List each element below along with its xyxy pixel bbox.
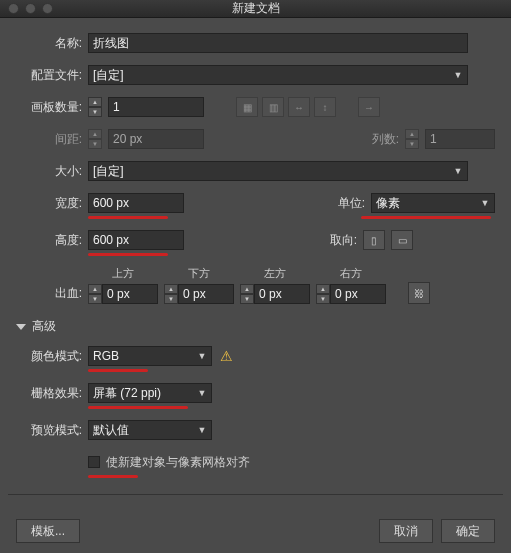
arrow-right-icon[interactable]: → [358,97,380,117]
units-select[interactable]: 像素 ▼ [371,193,495,213]
preview-value: 默认值 [93,422,129,439]
colormode-select[interactable]: RGB ▼ [88,346,212,366]
height-label: 高度: [16,232,82,249]
columns-label: 列数: [361,131,399,148]
arrange-col-icon[interactable]: ↕ [314,97,336,117]
chevron-down-icon: ▼ [195,423,209,437]
chevron-down-icon: ▼ [451,68,465,82]
cancel-button[interactable]: 取消 [379,519,433,543]
divider [8,494,503,495]
close-icon[interactable] [8,3,19,14]
chevron-down-icon: ▼ [195,349,209,363]
zoom-icon[interactable] [42,3,53,14]
bleed-bottom-input[interactable] [178,284,234,304]
bleed-right-hdr: 右方 [316,266,386,281]
arrange-grid-row-icon[interactable]: ▦ [236,97,258,117]
raster-select[interactable]: 屏幕 (72 ppi) ▼ [88,383,212,403]
bleed-bottom-hdr: 下方 [164,266,234,281]
units-label: 单位: [327,195,365,212]
bleed-top-hdr: 上方 [88,266,158,281]
bleed-top-input[interactable] [102,284,158,304]
orient-label: 取向: [319,232,357,249]
artboard-arrange-group: ▦ ▥ ↔ ↕ [236,97,336,117]
bleed-left-input[interactable] [254,284,310,304]
chevron-down-icon: ▼ [451,164,465,178]
name-label: 名称: [16,35,82,52]
colormode-label: 颜色模式: [16,348,82,365]
width-input[interactable] [88,193,184,213]
ok-button[interactable]: 确定 [441,519,495,543]
size-label: 大小: [16,163,82,180]
warning-icon: ⚠ [218,348,234,364]
minimize-icon[interactable] [25,3,36,14]
size-select[interactable]: [自定] ▼ [88,161,468,181]
columns-input [425,129,495,149]
window-controls [8,3,53,14]
bleed-top-spinner[interactable]: ▲▼ [88,284,102,304]
bleed-left-hdr: 左方 [240,266,310,281]
artboards-label: 画板数量: [16,99,82,116]
orient-portrait-icon[interactable]: ▯ [363,230,385,250]
bleed-bottom-spinner[interactable]: ▲▼ [164,284,178,304]
align-label: 使新建对象与像素网格对齐 [106,454,250,471]
triangle-down-icon [16,324,26,330]
link-bleed-icon[interactable]: ⛓ [408,282,430,304]
chevron-down-icon: ▼ [195,386,209,400]
profile-value: [自定] [93,67,124,84]
footer: 模板... 取消 确定 [0,509,511,553]
raster-label: 栅格效果: [16,385,82,402]
bleed-right-input[interactable] [330,284,386,304]
advanced-section[interactable]: 高级 [16,318,495,335]
columns-spinner: ▲▼ [405,129,419,149]
name-input[interactable] [88,33,468,53]
colormode-value: RGB [93,349,119,363]
artboards-spinner[interactable]: ▲▼ [88,97,102,117]
artboards-input[interactable] [108,97,204,117]
chevron-down-icon: ▼ [478,196,492,210]
new-document-dialog: 新建文档 名称: 配置文件: [自定] ▼ 画板数量: ▲▼ ▦ ▥ ↔ [0,0,511,553]
bleed-right-spinner[interactable]: ▲▼ [316,284,330,304]
width-label: 宽度: [16,195,82,212]
height-input[interactable] [88,230,184,250]
profile-label: 配置文件: [16,67,82,84]
bleed-label: 出血: [16,285,82,302]
preview-select[interactable]: 默认值 ▼ [88,420,212,440]
arrange-row-icon[interactable]: ↔ [288,97,310,117]
preview-label: 预览模式: [16,422,82,439]
spacing-label: 间距: [16,131,82,148]
titlebar: 新建文档 [0,0,511,18]
size-value: [自定] [93,163,124,180]
orient-landscape-icon[interactable]: ▭ [391,230,413,250]
advanced-label: 高级 [32,318,56,335]
template-button[interactable]: 模板... [16,519,80,543]
spacing-spinner: ▲▼ [88,129,102,149]
bleed-left-spinner[interactable]: ▲▼ [240,284,254,304]
align-checkbox[interactable] [88,456,100,468]
spacing-input [108,129,204,149]
dialog-title: 新建文档 [232,0,280,17]
profile-select[interactable]: [自定] ▼ [88,65,468,85]
arrange-grid-col-icon[interactable]: ▥ [262,97,284,117]
raster-value: 屏幕 (72 ppi) [93,385,161,402]
units-value: 像素 [376,195,400,212]
